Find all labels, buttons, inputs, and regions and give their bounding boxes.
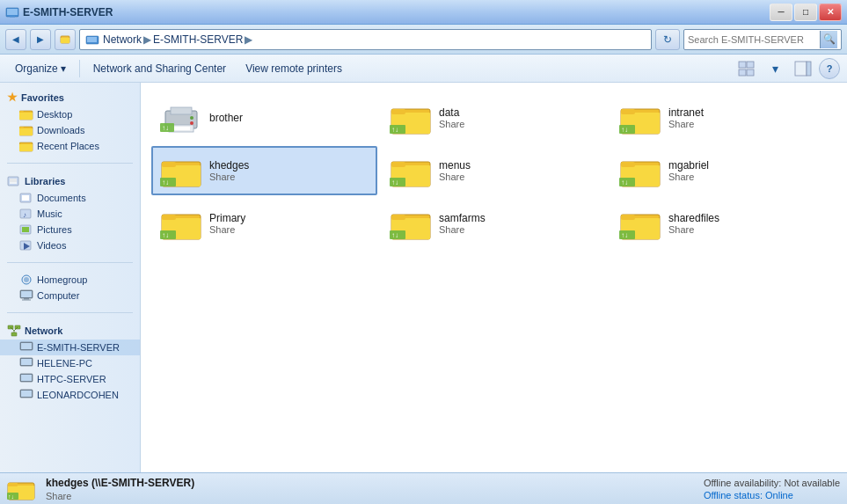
favorites-header[interactable]: ★ Favorites [0,88,140,106]
maximize-button[interactable]: □ [794,4,817,21]
svg-rect-15 [19,113,33,120]
folder-icon [19,108,33,121]
title-bar-controls: ─ □ ✕ [770,4,842,21]
libraries-header[interactable]: Libraries [0,172,140,190]
status-item-name: khedges (\\E-SMITH-SERVER) [46,477,194,489]
status-item-sub: Share [46,491,194,501]
help-button[interactable]: ? [819,58,840,79]
status-info: khedges (\\E-SMITH-SERVER) Share [46,477,194,501]
item-khedges[interactable]: ↑↓ khedges Share [151,146,377,195]
folder-icon-intranet: ↑↓ [619,100,661,135]
svg-text:↑↓: ↑↓ [162,179,169,186]
title-bar-left: E-SMITH-SERVER [5,5,113,19]
svg-rect-94 [391,215,405,220]
svg-text:↑↓: ↑↓ [8,493,14,500]
recent-places-icon [19,140,33,152]
sidebar-item-recent-places[interactable]: Recent Places [0,138,140,154]
sidebar-item-pictures[interactable]: Pictures [0,222,140,237]
network-icon [7,325,21,337]
libraries-section: Libraries Documents ♪ Music [0,167,140,259]
computer-icon [19,289,33,302]
item-samfarms[interactable]: ↑↓ samfarms Share [381,199,607,248]
network-section: Network E-SMITH-SERVER HELENE-PC [0,317,140,408]
svg-rect-31 [22,227,29,232]
sidebar-divider-1 [7,163,133,164]
sidebar-item-esmith-server[interactable]: E-SMITH-SERVER [0,340,140,355]
khedges-label: khedges Share [209,159,249,182]
svg-rect-69 [621,109,635,114]
svg-rect-9 [747,62,754,68]
close-button[interactable]: ✕ [819,4,842,21]
status-folder-icon: ↑↓ [7,477,35,501]
pictures-icon [19,223,33,236]
svg-point-59 [190,121,193,125]
downloads-icon [19,124,33,136]
svg-text:↑↓: ↑↓ [391,126,398,134]
preview-pane-button[interactable] [791,58,815,79]
folder-icon-menus: ↑↓ [390,153,432,188]
svg-rect-84 [621,162,635,167]
search-button[interactable]: 🔍 [820,31,837,48]
printer-icon-brother: ↑↓ [160,100,202,135]
documents-icon [19,192,33,204]
folder-icon-mgabriel: ↑↓ [619,153,661,188]
intranet-label: intranet Share [668,106,704,129]
samfarms-label: samfarms Share [439,212,486,235]
refresh-button[interactable]: ↻ [655,29,680,50]
item-intranet[interactable]: ↑↓ intranet Share [610,93,836,142]
folder-icon-sharedfiles: ↑↓ [619,206,661,241]
item-brother[interactable]: ↑↓ brother [151,93,377,142]
svg-rect-13 [807,62,811,76]
sidebar-item-downloads[interactable]: Downloads [0,122,140,138]
up-button[interactable] [55,29,76,50]
title-bar: E-SMITH-SERVER ─ □ ✕ [0,0,847,25]
svg-text:↑↓: ↑↓ [162,124,169,132]
item-primary[interactable]: ↑↓ Primary Share [151,199,377,248]
sidebar-item-computer[interactable]: Computer [0,288,140,303]
view-dropdown-button[interactable]: ▾ [763,58,787,79]
search-box[interactable]: 🔍 [683,29,842,50]
sidebar-item-htpc-server[interactable]: HTPC-SERVER [0,371,140,387]
sidebar-item-desktop[interactable]: Desktop [0,106,140,122]
address-path[interactable]: Network ▶ E-SMITH-SERVER ▶ [79,29,652,50]
sidebar-item-documents[interactable]: Documents [0,190,140,206]
folder-icon-khedges: ↑↓ [160,153,202,188]
sidebar-item-videos[interactable]: Videos [0,237,140,253]
svg-point-58 [190,116,193,120]
window-title: E-SMITH-SERVER [23,6,113,18]
view-printers-button[interactable]: View remote printers [237,58,350,79]
search-input[interactable] [688,34,820,45]
svg-rect-2 [7,15,18,16]
network-sharing-button[interactable]: Network and Sharing Center [85,58,234,79]
item-menus[interactable]: ↑↓ menus Share [381,146,607,195]
svg-text:↑↓: ↑↓ [621,179,628,186]
item-mgabriel[interactable]: ↑↓ mgabriel Share [610,146,836,195]
music-icon: ♪ [19,208,33,220]
svg-rect-53 [21,391,32,397]
network-header[interactable]: Network [0,322,140,340]
status-bar: ↑↓ khedges (\\E-SMITH-SERVER) Share Offl… [0,472,847,504]
status-availability: Offline availability: Not available [704,478,840,488]
sidebar-item-helene-pc[interactable]: HELENE-PC [0,355,140,371]
back-button[interactable]: ◀ [5,29,26,50]
minimize-button[interactable]: ─ [770,4,792,21]
item-data[interactable]: ↑↓ data Share [381,93,607,142]
svg-rect-39 [22,300,31,301]
item-sharedfiles[interactable]: ↑↓ sharedfiles Share [610,199,836,248]
organize-button[interactable]: Organize ▾ [7,58,74,79]
svg-rect-37 [21,291,32,297]
sharedfiles-label: sharedfiles Share [668,212,719,235]
status-right: Offline availability: Not available Offl… [704,478,840,500]
extras-section: Homegroup Computer [0,267,140,309]
sidebar-item-leonardcohen[interactable]: LEONARDCOHEN [0,387,140,403]
sidebar-item-homegroup[interactable]: Homegroup [0,272,140,288]
folder-icon-data: ↑↓ [390,100,432,135]
sidebar-item-music[interactable]: ♪ Music [0,206,140,222]
svg-rect-79 [391,162,405,167]
primary-label: Primary Share [209,212,245,235]
forward-button[interactable]: ▶ [30,29,51,50]
path-network: Network [103,33,142,46]
svg-rect-5 [61,38,69,43]
view-options-button[interactable] [734,58,759,79]
toolbar: Organize ▾ Network and Sharing Center Vi… [0,55,847,83]
